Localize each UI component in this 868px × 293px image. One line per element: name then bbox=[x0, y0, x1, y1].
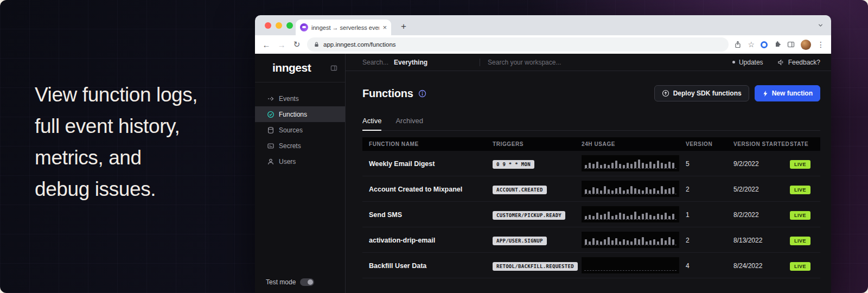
browser-toolbar-icons: ☆ ⋮ bbox=[734, 40, 825, 50]
functions-table: FUNCTION NAMETRIGGERS24H USAGEVERSIONVER… bbox=[362, 137, 820, 278]
sidebar-collapse-icon[interactable] bbox=[330, 65, 337, 72]
state-cell: LIVE bbox=[790, 158, 820, 169]
extensions-puzzle-icon[interactable] bbox=[774, 41, 781, 48]
kebab-menu-icon[interactable]: ⋮ bbox=[817, 40, 825, 49]
usage-bar bbox=[596, 240, 598, 245]
forward-icon[interactable]: → bbox=[277, 40, 286, 49]
state-badge: LIVE bbox=[790, 237, 810, 245]
side-panel-icon[interactable] bbox=[787, 41, 795, 48]
version-value: 4 bbox=[686, 262, 690, 270]
usage-bar bbox=[611, 190, 614, 194]
new-tab-button[interactable]: + bbox=[397, 20, 410, 33]
usage-bar bbox=[661, 238, 663, 245]
chevron-down-icon[interactable] bbox=[818, 21, 824, 30]
secrets-icon bbox=[267, 142, 275, 150]
search-scope[interactable]: Everything bbox=[394, 59, 427, 66]
tab-close-icon[interactable]: × bbox=[382, 23, 387, 31]
inngest-app: inngest EventsFunctionsSourcesSecretsUse… bbox=[255, 54, 831, 293]
zoom-window-button[interactable] bbox=[286, 22, 293, 29]
version-cell: 2 bbox=[686, 184, 733, 194]
sidebar-item-sources[interactable]: Sources bbox=[255, 122, 345, 138]
tab-active[interactable]: Active bbox=[362, 117, 381, 131]
search-trigger[interactable]: Search... bbox=[362, 59, 388, 66]
state-badge: LIVE bbox=[790, 211, 810, 220]
minimize-window-button[interactable] bbox=[276, 22, 282, 29]
functions-icon bbox=[267, 111, 275, 118]
usage-sparkline bbox=[582, 206, 679, 222]
function-name-cell: Send SMS bbox=[362, 209, 493, 219]
share-icon[interactable] bbox=[734, 41, 742, 48]
usage-bar bbox=[672, 214, 674, 219]
main-content: Search... Everything Search your workspa… bbox=[346, 54, 831, 293]
close-window-button[interactable] bbox=[265, 22, 271, 29]
test-mode-row: Test mode bbox=[255, 278, 345, 293]
deploy-sdk-button[interactable]: Deploy SDK functions bbox=[654, 85, 749, 101]
browser-tab[interactable]: inngest → serverless event-dri... × bbox=[296, 20, 391, 35]
users-icon bbox=[267, 158, 275, 165]
table-row[interactable]: Send SMSCUSTOMER/PICKUP.READY18/2/2022LI… bbox=[362, 202, 820, 227]
usage-bar bbox=[615, 161, 617, 168]
function-name: Send SMS bbox=[369, 211, 402, 219]
version-started-value: 8/13/2022 bbox=[733, 237, 762, 244]
header-actions: Deploy SDK functions New function bbox=[654, 85, 820, 101]
usage-bar bbox=[649, 189, 652, 194]
usage-bar bbox=[627, 240, 629, 245]
trigger-cell: CUSTOMER/PICKUP.READY bbox=[493, 209, 582, 220]
table-row[interactable]: Weekly Email Digest0 9 * * MON59/2/2022L… bbox=[362, 151, 820, 176]
table-row[interactable]: activation-drip-emailAPP/USER.SIGNUP28/1… bbox=[362, 227, 820, 253]
tab-archived[interactable]: Archived bbox=[395, 117, 423, 130]
sidebar-item-users[interactable]: Users bbox=[255, 154, 345, 169]
column-header: VERSION bbox=[686, 141, 733, 147]
info-icon[interactable] bbox=[418, 90, 426, 98]
page-header: Functions Deploy SDK functions New funct… bbox=[362, 85, 820, 101]
usage-bar bbox=[623, 214, 625, 219]
usage-bar bbox=[661, 186, 663, 194]
state-cell: LIVE bbox=[790, 260, 820, 271]
usage-bar bbox=[634, 238, 636, 245]
version-started-value: 9/2/2022 bbox=[733, 160, 759, 168]
version-value: 2 bbox=[686, 237, 690, 244]
usage-bar bbox=[653, 239, 655, 245]
topbar-right: Updates Feedback? bbox=[732, 59, 820, 66]
back-icon[interactable]: ← bbox=[261, 40, 271, 49]
url-bar[interactable]: app.inngest.com/functions bbox=[307, 37, 729, 52]
sidebar-item-secrets[interactable]: Secrets bbox=[255, 138, 345, 154]
usage-bar bbox=[630, 164, 633, 168]
usage-bar bbox=[649, 215, 652, 219]
usage-bar bbox=[619, 164, 621, 168]
usage-bar bbox=[608, 212, 610, 219]
extension-blue-icon[interactable] bbox=[761, 41, 768, 48]
marketing-card: View function logs, full event history, … bbox=[0, 0, 868, 293]
updates-link[interactable]: Updates bbox=[732, 59, 763, 66]
usage-bar bbox=[608, 237, 610, 245]
sidebar-item-label: Secrets bbox=[279, 142, 301, 150]
usage-bar bbox=[630, 215, 633, 219]
usage-bar bbox=[661, 215, 663, 219]
usage-bar bbox=[615, 188, 617, 194]
table-row[interactable]: Account Created to MixpanelACCOUNT.CREAT… bbox=[362, 176, 820, 202]
workspace-search-input[interactable]: Search your workspace... bbox=[488, 59, 561, 66]
test-mode-toggle[interactable] bbox=[300, 278, 314, 286]
deploy-icon bbox=[662, 90, 669, 97]
column-header: VERSION STARTED bbox=[733, 141, 790, 147]
function-name: Weekly Email Digest bbox=[369, 160, 435, 168]
refresh-icon[interactable]: ↻ bbox=[292, 40, 302, 49]
sidebar-item-events[interactable]: Events bbox=[255, 91, 345, 106]
usage-bar bbox=[608, 165, 610, 168]
new-function-button[interactable]: New function bbox=[755, 85, 820, 101]
hero-text: View function logs, full event history, … bbox=[35, 79, 268, 205]
table-row[interactable]: Backfill User DataRETOOL/BACKFILL.REQUES… bbox=[362, 253, 820, 278]
usage-bar bbox=[604, 239, 606, 245]
state-badge: LIVE bbox=[790, 262, 810, 271]
events-icon bbox=[267, 95, 275, 103]
table-body: Weekly Email Digest0 9 * * MON59/2/2022L… bbox=[362, 151, 820, 278]
sidebar-item-label: Functions bbox=[279, 111, 307, 118]
usage-bar bbox=[615, 238, 617, 245]
bookmark-star-icon[interactable]: ☆ bbox=[748, 40, 755, 49]
window-controls bbox=[265, 22, 293, 29]
usage-bar bbox=[604, 164, 606, 168]
sidebar-item-functions[interactable]: Functions bbox=[255, 106, 345, 122]
feedback-link[interactable]: Feedback? bbox=[777, 59, 820, 66]
avatar[interactable] bbox=[801, 40, 811, 50]
usage-bar bbox=[668, 188, 671, 194]
